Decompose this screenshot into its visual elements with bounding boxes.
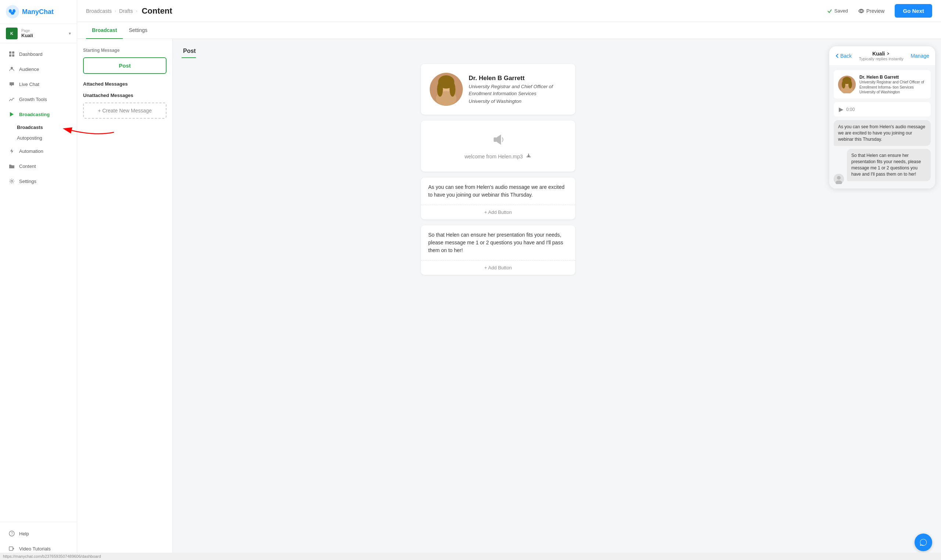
- post-button[interactable]: Post: [83, 57, 166, 74]
- topbar-actions: Saved Preview Go Next: [827, 4, 932, 18]
- sidebar-item-label: Settings: [19, 178, 36, 184]
- sidebar-item-help[interactable]: ? Help: [2, 526, 75, 541]
- preview-profile-card: Dr. Helen B Garrett University Registrar…: [834, 70, 931, 98]
- tabs-bar: Broadcast Settings: [77, 22, 941, 39]
- preview-avatar: [838, 76, 856, 93]
- svg-point-32: [842, 80, 846, 89]
- add-button-1[interactable]: + Add Button: [421, 205, 575, 219]
- sidebar-item-live-chat[interactable]: Live Chat: [2, 77, 75, 91]
- tab-settings[interactable]: Settings: [123, 22, 153, 39]
- audio-card[interactable]: welcome from Helen.mp3: [421, 120, 575, 172]
- manychat-logo-icon: [6, 5, 19, 18]
- sidebar-item-label: Help: [19, 531, 29, 537]
- breadcrumb-sep-1: ›: [115, 8, 116, 14]
- breadcrumb-sep-2: ›: [136, 8, 137, 14]
- chat-icon: [8, 80, 15, 88]
- svg-text:?: ?: [11, 532, 13, 536]
- starting-message-title: Starting Message: [83, 48, 166, 53]
- preview-button[interactable]: Preview: [854, 6, 889, 16]
- breadcrumb-drafts[interactable]: Drafts: [119, 8, 133, 14]
- chevron-right-icon: [886, 52, 890, 55]
- breadcrumb-broadcasts[interactable]: Broadcasts: [86, 8, 112, 14]
- preview-profile-org: University of Washington: [859, 90, 926, 94]
- audio-filename: welcome from Helen.mp3: [465, 153, 532, 160]
- breadcrumb-current: Content: [142, 6, 172, 16]
- sidebar-item-automation[interactable]: Automation: [2, 144, 75, 158]
- checkmark-icon: [827, 8, 832, 14]
- sidebar-item-audience[interactable]: Audience: [2, 62, 75, 77]
- gear-icon: [8, 177, 15, 185]
- preview-page-name: Kuali: [852, 51, 910, 57]
- svg-marker-15: [13, 548, 14, 550]
- preview-play-icon: ▶: [839, 106, 843, 113]
- svg-rect-6: [9, 54, 11, 57]
- preview-body: Dr. Helen B Garrett University Registrar…: [829, 66, 935, 189]
- topbar: Broadcasts › Drafts › Content Saved Prev…: [77, 0, 941, 22]
- page-selector[interactable]: K Page Kuali ▾: [0, 24, 77, 43]
- preview-agent-row: So that Helen can ensure her presentatio…: [834, 149, 931, 184]
- preview-label: Preview: [866, 8, 885, 14]
- sidebar-item-dashboard[interactable]: Dashboard: [2, 47, 75, 62]
- svg-marker-10: [10, 148, 13, 154]
- preview-subtitle: Typically replies instantly: [852, 57, 910, 61]
- post-tab-label: Post: [182, 48, 196, 58]
- preview-manage-button[interactable]: Manage: [910, 53, 929, 59]
- person-icon: [8, 65, 15, 73]
- saved-label: Saved: [835, 8, 848, 14]
- preview-avatar-image: [838, 76, 856, 93]
- video-icon: [8, 545, 15, 552]
- svg-point-22: [450, 82, 456, 97]
- preview-header: Back Kuali Typically replies instantly M…: [829, 46, 935, 66]
- text-card-1: As you can see from Helen's audio messag…: [421, 177, 575, 219]
- question-icon: ?: [8, 530, 15, 537]
- svg-rect-7: [12, 54, 14, 57]
- back-chevron-icon: [835, 53, 839, 58]
- sidebar-item-label: Content: [19, 163, 36, 169]
- text-content-1: As you can see from Helen's audio messag…: [428, 183, 568, 199]
- svg-marker-24: [497, 134, 501, 145]
- profile-card: Dr. Helen B Garrett University Registrar…: [421, 64, 575, 115]
- logo-area[interactable]: ManyChat: [0, 0, 77, 24]
- sidebar-item-label: Audience: [19, 66, 39, 72]
- folder-icon: [8, 162, 15, 170]
- sidebar-item-label: Video Tutorials: [19, 546, 51, 552]
- svg-point-8: [11, 67, 13, 69]
- chat-fab-icon: [919, 538, 927, 546]
- sidebar-item-broadcasting[interactable]: Broadcasting: [2, 107, 75, 122]
- sidebar-item-label: Broadcasting: [19, 112, 49, 117]
- broadcasting-subnav: Broadcasts Autoposting: [0, 122, 77, 143]
- sidebar-item-label: Live Chat: [19, 82, 39, 87]
- profile-name: Dr. Helen B Garrett: [469, 75, 567, 82]
- phone-preview: Back Kuali Typically replies instantly M…: [829, 46, 935, 189]
- preview-back-button[interactable]: Back: [835, 53, 852, 59]
- sidebar-item-growth-tools[interactable]: Growth Tools: [2, 92, 75, 106]
- profile-org: University of Washington: [469, 98, 567, 104]
- svg-rect-14: [9, 547, 13, 551]
- sidebar-item-label: Automation: [19, 148, 43, 154]
- unattached-messages-title: Unattached Messages: [83, 92, 166, 98]
- middle-panel: Post: [173, 39, 823, 560]
- chevron-down-icon: ▾: [69, 31, 71, 36]
- tab-broadcast[interactable]: Broadcast: [86, 22, 123, 39]
- add-button-2[interactable]: + Add Button: [421, 260, 575, 275]
- grid-icon: [8, 50, 15, 58]
- go-next-button[interactable]: Go Next: [895, 4, 932, 18]
- app-name: ManyChat: [22, 8, 54, 16]
- bolt-icon: [8, 147, 15, 155]
- svg-rect-4: [9, 51, 11, 54]
- page-label: Page: [21, 29, 69, 33]
- preview-audio-time: 0:00: [846, 107, 855, 112]
- text-content-2: So that Helen can ensure her presentatio…: [428, 231, 568, 254]
- chat-fab-button[interactable]: [915, 534, 932, 551]
- svg-point-16: [860, 10, 862, 12]
- sidebar-subitem-broadcasts[interactable]: Broadcasts: [17, 122, 77, 133]
- profile-avatar: [430, 73, 463, 106]
- create-new-message-button[interactable]: + Create New Message: [83, 103, 166, 119]
- sidebar-item-settings[interactable]: Settings: [2, 174, 75, 189]
- sidebar-item-content[interactable]: Content: [2, 159, 75, 174]
- sidebar-subitem-autoposting[interactable]: Autoposting: [17, 133, 77, 143]
- play-icon: [8, 111, 15, 118]
- svg-point-21: [437, 82, 443, 97]
- svg-point-33: [849, 80, 852, 89]
- nav-list: Dashboard Audience Live Chat Growth Tool…: [0, 43, 77, 522]
